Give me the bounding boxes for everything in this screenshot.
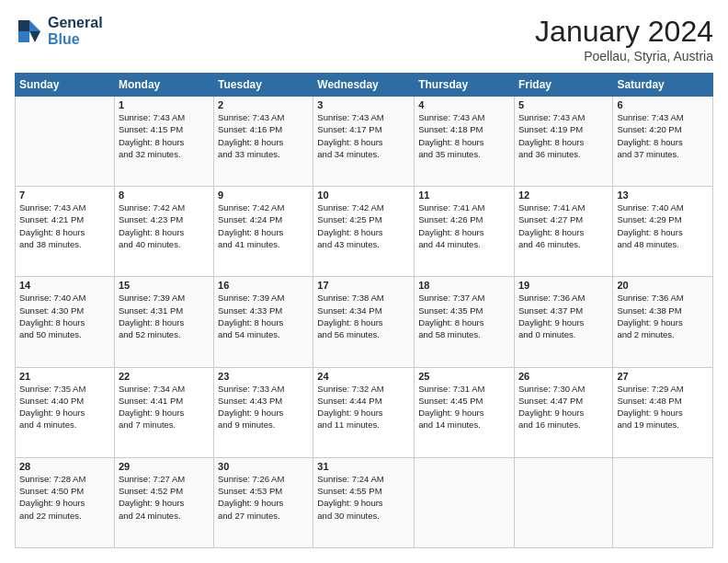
cell-content: Sunrise: 7:26 AM Sunset: 4:53 PM Dayligh… bbox=[218, 473, 309, 522]
main-title: January 2024 bbox=[535, 15, 713, 49]
calendar-cell: 9Sunrise: 7:42 AM Sunset: 4:24 PM Daylig… bbox=[214, 187, 313, 277]
calendar-cell: 27Sunrise: 7:29 AM Sunset: 4:48 PM Dayli… bbox=[613, 367, 713, 457]
day-number: 16 bbox=[218, 280, 309, 291]
calendar-body: 1Sunrise: 7:43 AM Sunset: 4:15 PM Daylig… bbox=[16, 97, 713, 548]
cell-content: Sunrise: 7:43 AM Sunset: 4:21 PM Dayligh… bbox=[19, 201, 110, 250]
calendar-cell: 4Sunrise: 7:43 AM Sunset: 4:18 PM Daylig… bbox=[415, 97, 515, 187]
calendar-cell bbox=[514, 457, 612, 547]
day-number: 23 bbox=[218, 371, 309, 382]
cell-content: Sunrise: 7:27 AM Sunset: 4:52 PM Dayligh… bbox=[119, 473, 210, 522]
day-number: 26 bbox=[518, 371, 609, 382]
calendar-cell: 3Sunrise: 7:43 AM Sunset: 4:17 PM Daylig… bbox=[313, 97, 415, 187]
subtitle: Poellau, Styria, Austria bbox=[535, 49, 713, 63]
day-number: 31 bbox=[317, 461, 410, 472]
cell-content: Sunrise: 7:39 AM Sunset: 4:33 PM Dayligh… bbox=[218, 292, 309, 340]
calendar-cell: 7Sunrise: 7:43 AM Sunset: 4:21 PM Daylig… bbox=[16, 187, 115, 277]
week-row-3: 21Sunrise: 7:35 AM Sunset: 4:40 PM Dayli… bbox=[16, 367, 713, 457]
calendar-header: SundayMondayTuesdayWednesdayThursdayFrid… bbox=[16, 74, 713, 97]
cell-content: Sunrise: 7:42 AM Sunset: 4:24 PM Dayligh… bbox=[218, 201, 309, 250]
day-number: 6 bbox=[617, 99, 709, 110]
day-header-sunday: Sunday bbox=[16, 74, 115, 97]
calendar-cell: 30Sunrise: 7:26 AM Sunset: 4:53 PM Dayli… bbox=[214, 457, 313, 547]
cell-content: Sunrise: 7:43 AM Sunset: 4:20 PM Dayligh… bbox=[617, 111, 709, 160]
calendar-cell: 10Sunrise: 7:42 AM Sunset: 4:25 PM Dayli… bbox=[313, 187, 415, 277]
day-number: 5 bbox=[518, 99, 609, 110]
cell-content: Sunrise: 7:37 AM Sunset: 4:35 PM Dayligh… bbox=[418, 292, 510, 340]
calendar-cell bbox=[613, 457, 713, 547]
calendar-cell: 25Sunrise: 7:31 AM Sunset: 4:45 PM Dayli… bbox=[415, 367, 515, 457]
cell-content: Sunrise: 7:31 AM Sunset: 4:45 PM Dayligh… bbox=[418, 383, 510, 431]
cell-content: Sunrise: 7:43 AM Sunset: 4:17 PM Dayligh… bbox=[317, 111, 410, 160]
cell-content: Sunrise: 7:43 AM Sunset: 4:19 PM Dayligh… bbox=[518, 111, 609, 160]
logo: General Blue bbox=[15, 15, 103, 48]
cell-content: Sunrise: 7:30 AM Sunset: 4:47 PM Dayligh… bbox=[518, 383, 609, 431]
calendar-cell: 11Sunrise: 7:41 AM Sunset: 4:26 PM Dayli… bbox=[415, 187, 515, 277]
calendar-cell: 15Sunrise: 7:39 AM Sunset: 4:31 PM Dayli… bbox=[114, 277, 213, 367]
page: General Blue January 2024 Poellau, Styri… bbox=[0, 0, 728, 563]
day-number: 15 bbox=[119, 280, 210, 291]
logo-icon bbox=[15, 17, 44, 46]
cell-content: Sunrise: 7:43 AM Sunset: 4:15 PM Dayligh… bbox=[119, 111, 210, 160]
day-number: 14 bbox=[19, 280, 110, 291]
calendar-cell: 26Sunrise: 7:30 AM Sunset: 4:47 PM Dayli… bbox=[514, 367, 612, 457]
calendar-table: SundayMondayTuesdayWednesdayThursdayFrid… bbox=[15, 73, 713, 548]
calendar-cell: 13Sunrise: 7:40 AM Sunset: 4:29 PM Dayli… bbox=[613, 187, 713, 277]
cell-content: Sunrise: 7:36 AM Sunset: 4:38 PM Dayligh… bbox=[617, 292, 709, 340]
calendar-cell bbox=[16, 97, 115, 187]
calendar-cell: 21Sunrise: 7:35 AM Sunset: 4:40 PM Dayli… bbox=[16, 367, 115, 457]
day-header-tuesday: Tuesday bbox=[214, 74, 313, 97]
calendar-cell: 14Sunrise: 7:40 AM Sunset: 4:30 PM Dayli… bbox=[16, 277, 115, 367]
cell-content: Sunrise: 7:36 AM Sunset: 4:37 PM Dayligh… bbox=[518, 292, 609, 340]
day-number: 21 bbox=[19, 371, 110, 382]
logo-text: General Blue bbox=[48, 15, 103, 48]
calendar-cell: 2Sunrise: 7:43 AM Sunset: 4:16 PM Daylig… bbox=[214, 97, 313, 187]
day-number: 19 bbox=[518, 280, 609, 291]
day-header-friday: Friday bbox=[514, 74, 612, 97]
week-row-2: 14Sunrise: 7:40 AM Sunset: 4:30 PM Dayli… bbox=[16, 277, 713, 367]
calendar-cell: 29Sunrise: 7:27 AM Sunset: 4:52 PM Dayli… bbox=[114, 457, 213, 547]
day-number: 8 bbox=[119, 190, 210, 201]
calendar-cell: 8Sunrise: 7:42 AM Sunset: 4:23 PM Daylig… bbox=[114, 187, 213, 277]
day-header-saturday: Saturday bbox=[613, 74, 713, 97]
day-header-monday: Monday bbox=[114, 74, 213, 97]
svg-rect-3 bbox=[18, 31, 29, 42]
cell-content: Sunrise: 7:40 AM Sunset: 4:30 PM Dayligh… bbox=[19, 292, 110, 340]
calendar-cell: 22Sunrise: 7:34 AM Sunset: 4:41 PM Dayli… bbox=[114, 367, 213, 457]
day-number: 12 bbox=[518, 190, 609, 201]
calendar-cell: 19Sunrise: 7:36 AM Sunset: 4:37 PM Dayli… bbox=[514, 277, 612, 367]
cell-content: Sunrise: 7:24 AM Sunset: 4:55 PM Dayligh… bbox=[317, 473, 410, 522]
calendar-cell: 23Sunrise: 7:33 AM Sunset: 4:43 PM Dayli… bbox=[214, 367, 313, 457]
day-number: 9 bbox=[218, 190, 309, 201]
day-number: 10 bbox=[317, 190, 410, 201]
calendar-cell: 17Sunrise: 7:38 AM Sunset: 4:34 PM Dayli… bbox=[313, 277, 415, 367]
day-header-wednesday: Wednesday bbox=[313, 74, 415, 97]
day-number: 25 bbox=[418, 371, 510, 382]
svg-marker-1 bbox=[29, 31, 40, 42]
day-number: 2 bbox=[218, 99, 309, 110]
calendar-cell: 28Sunrise: 7:28 AM Sunset: 4:50 PM Dayli… bbox=[16, 457, 115, 547]
cell-content: Sunrise: 7:42 AM Sunset: 4:25 PM Dayligh… bbox=[317, 201, 410, 250]
day-number: 7 bbox=[19, 190, 110, 201]
cell-content: Sunrise: 7:41 AM Sunset: 4:26 PM Dayligh… bbox=[418, 201, 510, 250]
day-number: 22 bbox=[119, 371, 210, 382]
day-number: 30 bbox=[218, 461, 309, 472]
cell-content: Sunrise: 7:38 AM Sunset: 4:34 PM Dayligh… bbox=[317, 292, 410, 340]
header: General Blue January 2024 Poellau, Styri… bbox=[15, 15, 713, 63]
calendar-cell: 18Sunrise: 7:37 AM Sunset: 4:35 PM Dayli… bbox=[415, 277, 515, 367]
calendar-cell: 12Sunrise: 7:41 AM Sunset: 4:27 PM Dayli… bbox=[514, 187, 612, 277]
cell-content: Sunrise: 7:33 AM Sunset: 4:43 PM Dayligh… bbox=[218, 383, 309, 431]
day-number: 17 bbox=[317, 280, 410, 291]
cell-content: Sunrise: 7:32 AM Sunset: 4:44 PM Dayligh… bbox=[317, 383, 410, 431]
week-row-1: 7Sunrise: 7:43 AM Sunset: 4:21 PM Daylig… bbox=[16, 187, 713, 277]
day-header-thursday: Thursday bbox=[415, 74, 515, 97]
calendar-cell: 1Sunrise: 7:43 AM Sunset: 4:15 PM Daylig… bbox=[114, 97, 213, 187]
svg-rect-2 bbox=[18, 20, 29, 31]
day-number: 24 bbox=[317, 371, 410, 382]
day-number: 20 bbox=[617, 280, 709, 291]
day-number: 1 bbox=[119, 99, 210, 110]
cell-content: Sunrise: 7:29 AM Sunset: 4:48 PM Dayligh… bbox=[617, 383, 709, 431]
cell-content: Sunrise: 7:40 AM Sunset: 4:29 PM Dayligh… bbox=[617, 201, 709, 250]
cell-content: Sunrise: 7:28 AM Sunset: 4:50 PM Dayligh… bbox=[19, 473, 110, 522]
cell-content: Sunrise: 7:42 AM Sunset: 4:23 PM Dayligh… bbox=[119, 201, 210, 250]
cell-content: Sunrise: 7:43 AM Sunset: 4:18 PM Dayligh… bbox=[418, 111, 510, 160]
